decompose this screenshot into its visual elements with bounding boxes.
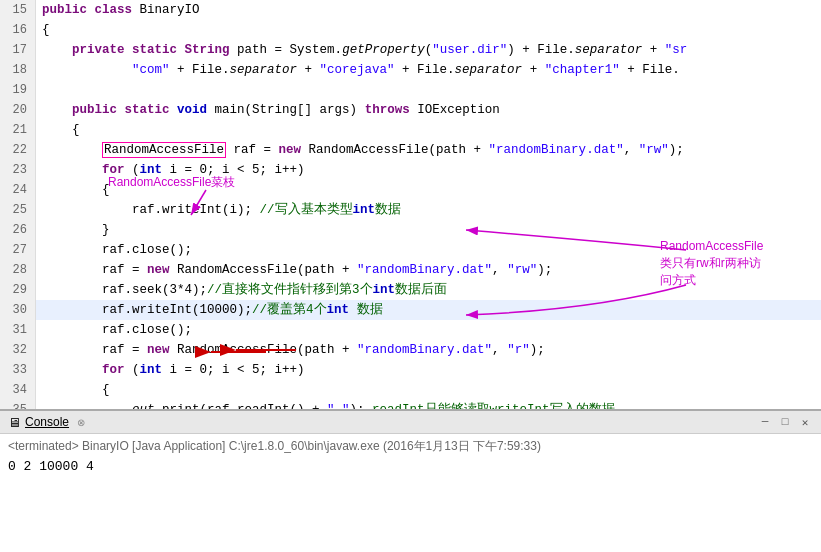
code-line-29: raf.seek(3*4);//直接将文件指针移到第3个int数据后面 — [36, 280, 821, 300]
code-line-24: { — [36, 180, 821, 200]
line-num-31: 31 — [8, 320, 27, 340]
console-maximize-button[interactable]: □ — [777, 414, 793, 430]
line-num-22: 22 — [8, 140, 27, 160]
line-num-27: 27 — [8, 240, 27, 260]
line-num-33: 33 — [8, 360, 27, 380]
code-line-20: public static void main(String[] args) t… — [36, 100, 821, 120]
code-line-30: raf.writeInt(10000);//覆盖第4个int 数据 — [36, 300, 821, 320]
code-line-17: private static String path = System.getP… — [36, 40, 821, 60]
line-num-28: 28 — [8, 260, 27, 280]
code-line-19 — [36, 80, 821, 100]
code-line-35: out.print(raf.readInt() + " "); readInt只… — [36, 400, 821, 409]
console-title-text[interactable]: Console — [25, 415, 69, 429]
line-num-15: 15 — [8, 0, 27, 20]
code-line-23: for (int i = 0; i < 5; i++) — [36, 160, 821, 180]
line-num-35: 35 — [8, 400, 27, 409]
code-line-27: raf.close(); — [36, 240, 821, 260]
console-output: 0 2 10000 4 — [8, 459, 813, 474]
code-line-33: for (int i = 0; i < 5; i++) — [36, 360, 821, 380]
console-terminated-text: <terminated> BinaryIO [Java Application]… — [8, 438, 813, 455]
code-line-22: RandomAccessFile raf = new RandomAccessF… — [36, 140, 821, 160]
editor-area: 15 16 17 18 19 20 21 22 23 24 25 26 27 2… — [0, 0, 821, 410]
line-num-25: 25 — [8, 200, 27, 220]
console-close-button[interactable]: ✕ — [797, 414, 813, 430]
line-num-18: 18 — [8, 60, 27, 80]
code-line-32: raf = new RandomAccessFile(path + "rando… — [36, 340, 821, 360]
code-line-15: public class BinaryIO — [36, 0, 821, 20]
console-area: 🖥 Console ⊗ ─ □ ✕ <terminated> BinaryIO … — [0, 410, 821, 552]
line-num-26: 26 — [8, 220, 27, 240]
line-num-30: 30 — [8, 300, 27, 320]
line-num-16: 16 — [8, 20, 27, 40]
code-line-31: raf.close(); — [36, 320, 821, 340]
line-num-20: 20 — [8, 100, 27, 120]
code-line-25: raf.writeInt(i); //写入基本类型int数据 — [36, 200, 821, 220]
line-num-17: 17 — [8, 40, 27, 60]
console-title: 🖥 Console ⊗ — [8, 415, 85, 430]
console-minimize-button[interactable]: ─ — [757, 414, 773, 430]
code-line-18: "com" + File.separator + "corejava" + Fi… — [36, 60, 821, 80]
code-line-34: { — [36, 380, 821, 400]
line-num-34: 34 — [8, 380, 27, 400]
code-line-28: raf = new RandomAccessFile(path + "rando… — [36, 260, 821, 280]
horizontal-scrollbar[interactable] — [0, 409, 821, 410]
line-num-19: 19 — [8, 80, 27, 100]
code-line-16: { — [36, 20, 821, 40]
code-line-26: } — [36, 220, 821, 240]
code-line-21: { — [36, 120, 821, 140]
line-num-23: 23 — [8, 160, 27, 180]
code-lines[interactable]: public class BinaryIO { private static S… — [36, 0, 821, 409]
code-container: 15 16 17 18 19 20 21 22 23 24 25 26 27 2… — [0, 0, 821, 409]
line-num-24: 24 — [8, 180, 27, 200]
console-header: 🖥 Console ⊗ ─ □ ✕ — [0, 410, 821, 434]
line-num-29: 29 — [8, 280, 27, 300]
line-num-21: 21 — [8, 120, 27, 140]
line-numbers: 15 16 17 18 19 20 21 22 23 24 25 26 27 2… — [0, 0, 36, 409]
console-body: <terminated> BinaryIO [Java Application]… — [0, 434, 821, 552]
console-header-icons: ─ □ ✕ — [757, 414, 813, 430]
line-num-32: 32 — [8, 340, 27, 360]
